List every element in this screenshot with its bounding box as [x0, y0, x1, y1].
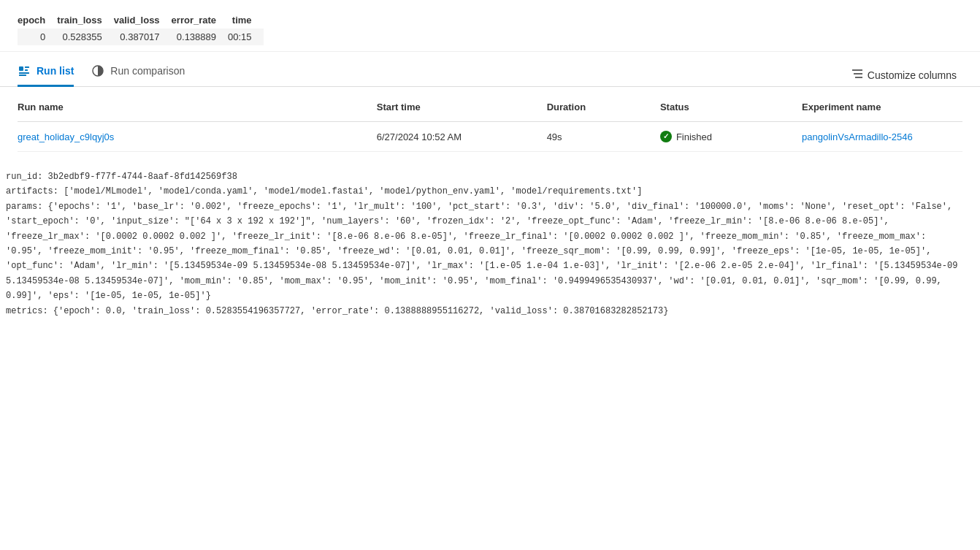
run-list-icon [18, 64, 31, 77]
valid-loss-value: 0.387017 [114, 28, 172, 45]
col-status: Status [660, 93, 802, 122]
customize-columns-area: Customize columns [846, 66, 962, 84]
status-label: Finished [676, 131, 712, 142]
tab-run-list-label: Run list [37, 65, 74, 77]
tabs-left: Run list Run comparison [18, 64, 185, 86]
col-train-loss: train_loss [57, 12, 113, 28]
training-table: epoch train_loss valid_loss error_rate t… [18, 12, 264, 45]
col-epoch: epoch [18, 12, 57, 28]
svg-rect-2 [25, 69, 28, 71]
customize-icon [851, 69, 863, 81]
col-duration: Duration [547, 93, 660, 122]
run-table-header-row: Run name Start time Duration Status Expe… [18, 93, 962, 122]
col-error-rate: error_rate [172, 12, 228, 28]
experiment-name-cell: pangolinVsArmadillo-2546 [802, 122, 962, 152]
run-comparison-icon [91, 64, 104, 77]
customize-columns-label: Customize columns [868, 69, 957, 81]
tab-run-comparison-label: Run comparison [110, 65, 185, 77]
col-valid-loss: valid_loss [114, 12, 172, 28]
col-start-time: Start time [377, 93, 547, 122]
training-table-row: 0 0.528355 0.387017 0.138889 00:15 [18, 28, 264, 45]
epoch-value: 0 [18, 28, 57, 45]
time-value: 00:15 [228, 28, 264, 45]
start-time-cell: 6/27/2024 10:52 AM [377, 122, 547, 152]
run-name-link[interactable]: great_holiday_c9lqyj0s [18, 131, 114, 142]
train-loss-value: 0.528355 [57, 28, 113, 45]
svg-rect-0 [19, 66, 23, 71]
svg-rect-4 [19, 75, 26, 76]
experiment-name-link[interactable]: pangolinVsArmadillo-2546 [802, 131, 913, 142]
col-experiment-name: Experiment name [802, 93, 962, 122]
error-rate-value: 0.138889 [172, 28, 228, 45]
col-run-name: Run name [18, 93, 377, 122]
run-table: Run name Start time Duration Status Expe… [18, 93, 962, 152]
svg-rect-1 [25, 66, 29, 68]
run-list-area: Run name Start time Duration Status Expe… [0, 93, 980, 152]
run-name-cell: great_holiday_c9lqyj0s [18, 122, 377, 152]
training-table-header-row: epoch train_loss valid_loss error_rate t… [18, 12, 264, 28]
tab-run-comparison[interactable]: Run comparison [91, 64, 185, 87]
status-icon [660, 131, 672, 142]
duration-cell: 49s [547, 122, 660, 152]
run-table-row: great_holiday_c9lqyj0s 6/27/2024 10:52 A… [18, 122, 962, 152]
tabs-bar: Run list Run comparison Customize colu [0, 52, 980, 87]
customize-columns-button[interactable]: Customize columns [846, 66, 962, 84]
status-cell: Finished [660, 122, 802, 152]
tab-run-list[interactable]: Run list [18, 64, 74, 87]
bottom-text-area: run_id: 3b2edbf9-f77f-4744-8aaf-8fd14256… [0, 152, 980, 327]
svg-rect-3 [19, 72, 29, 74]
col-time: time [228, 12, 264, 28]
training-output-section: epoch train_loss valid_loss error_rate t… [0, 0, 980, 52]
